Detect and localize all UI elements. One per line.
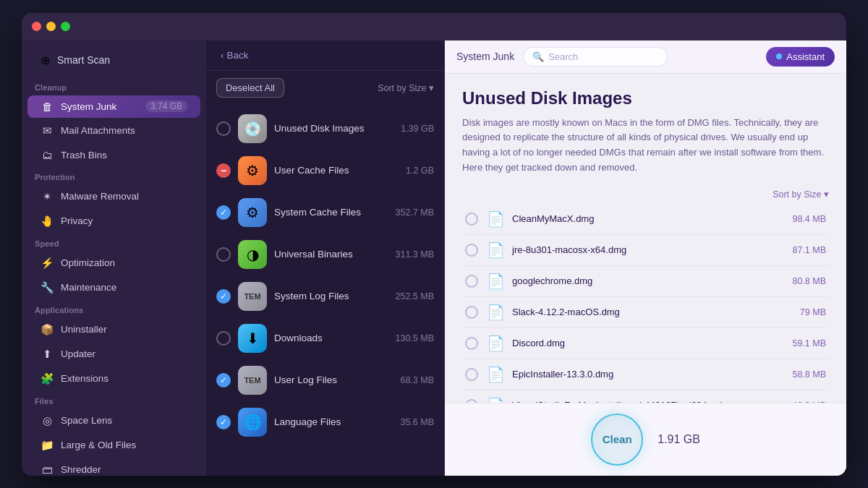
app-window: ⊕ Smart Scan Cleanup 🗑 System Junk 3.74 …	[22, 13, 846, 476]
maximize-button[interactable]	[61, 22, 70, 31]
sidebar-item-mail-attachments[interactable]: ✉ Mail Attachments	[27, 119, 200, 142]
file-checkbox[interactable]	[216, 121, 231, 136]
file-checkbox[interactable]	[216, 331, 231, 346]
dmg-file-icon: 📄	[487, 210, 505, 228]
dmg-radio[interactable]	[465, 275, 478, 288]
dmg-size: 59.1 MB	[792, 338, 826, 348]
dmg-name: Slack-4.12.2-macOS.dmg	[512, 307, 800, 317]
dmg-list-item[interactable]: 📄 CleanMyMacX.dmg 98.4 MB	[462, 204, 829, 235]
trash-icon: 🗂	[41, 149, 54, 161]
dmg-size: 58.8 MB	[792, 369, 826, 380]
search-icon: 🔍	[532, 51, 544, 62]
right-sort-button[interactable]: Sort by Size ▾	[773, 189, 829, 200]
system-junk-icon: 🗑	[41, 100, 54, 113]
dmg-radio[interactable]	[465, 368, 478, 381]
dmg-name: Discord.dmg	[512, 338, 792, 348]
sidebar-item-updater[interactable]: ⬆ Updater	[27, 343, 200, 366]
sidebar-item-smart-scan[interactable]: ⊕ Smart Scan	[27, 48, 200, 73]
sidebar-item-label: Uninstaller	[61, 324, 107, 335]
deselect-all-button[interactable]: Deselect All	[216, 78, 284, 98]
file-size: 1.2 GB	[406, 166, 434, 176]
sidebar-item-optimization[interactable]: ⚡ Optimization	[27, 252, 200, 275]
search-box[interactable]: 🔍	[523, 47, 668, 67]
dmg-name: googlechrome.dmg	[512, 275, 792, 286]
dmg-name: CleanMyMacX.dmg	[512, 213, 792, 224]
privacy-icon: 🤚	[41, 215, 54, 228]
list-item[interactable]: 💿 Unused Disk Images 1.39 GB	[206, 108, 444, 150]
file-type-icon: ⬇	[238, 324, 267, 353]
optimization-icon: ⚡	[41, 257, 54, 270]
sidebar-item-privacy[interactable]: 🤚 Privacy	[27, 210, 200, 233]
extensions-icon: 🧩	[41, 372, 54, 385]
dmg-radio[interactable]	[465, 306, 478, 319]
file-type-icon: ◑	[238, 240, 267, 269]
back-label: Back	[227, 50, 249, 61]
updater-icon: ⬆	[41, 348, 54, 361]
list-item[interactable]: − ⚙ User Cache Files 1.2 GB	[206, 150, 444, 192]
sidebar-smart-scan-label: Smart Scan	[57, 54, 110, 66]
sidebar-item-label: Mail Attachments	[61, 125, 135, 136]
dmg-radio[interactable]	[465, 337, 478, 350]
traffic-lights	[32, 22, 70, 31]
sidebar-item-system-junk[interactable]: 🗑 System Junk 3.74 GB	[27, 95, 200, 118]
list-item[interactable]: ◑ Universal Binaries 311.3 MB	[206, 234, 444, 275]
dmg-list-item[interactable]: 📄 googlechrome.dmg 80.8 MB	[462, 266, 829, 297]
list-item[interactable]: ✓ 🌐 Language Files 35.6 MB	[206, 401, 444, 443]
file-size: 311.3 MB	[395, 249, 434, 260]
sidebar-item-malware-removal[interactable]: ✴ Malware Removal	[27, 185, 200, 208]
list-item[interactable]: ✓ ⚙ System Cache Files 352.7 MB	[206, 192, 444, 234]
sidebar-item-uninstaller[interactable]: 📦 Uninstaller	[27, 318, 200, 341]
dmg-radio[interactable]	[465, 244, 478, 257]
dmg-radio[interactable]	[465, 213, 478, 226]
space-lens-icon: ◎	[41, 414, 54, 427]
clean-button[interactable]: Clean	[591, 414, 643, 466]
back-button[interactable]: ‹ Back	[216, 48, 253, 63]
search-input[interactable]	[548, 51, 670, 62]
dmg-list-item[interactable]: 📄 VisualStudioForMacInstaller__b440167bc…	[462, 390, 829, 403]
sidebar-item-trash-bins[interactable]: 🗂 Trash Bins	[27, 144, 200, 166]
file-checkbox[interactable]: ✓	[216, 415, 231, 429]
close-button[interactable]	[32, 22, 41, 31]
sidebar-item-large-old-files[interactable]: 📁 Large & Old Files	[27, 434, 200, 457]
smart-scan-icon: ⊕	[41, 53, 50, 67]
back-chevron-icon: ‹	[221, 50, 224, 61]
middle-panel: ‹ Back Deselect All Sort by Size ▾ 💿 Unu…	[206, 40, 445, 476]
file-checkbox[interactable]: ✓	[216, 289, 231, 304]
file-name: Language Files	[274, 416, 341, 427]
file-checkbox[interactable]: ✓	[216, 205, 231, 220]
page-title: Unused Disk Images	[462, 88, 829, 108]
dmg-list-item[interactable]: 📄 EpicInstaller-13.3.0.dmg 58.8 MB	[462, 359, 829, 390]
dmg-list-item[interactable]: 📄 jre-8u301-macosx-x64.dmg 87.1 MB	[462, 235, 829, 266]
dmg-size: 80.8 MB	[792, 276, 826, 286]
maintenance-icon: 🔧	[41, 281, 54, 294]
uninstaller-icon: 📦	[41, 323, 54, 336]
dmg-list-item[interactable]: 📄 Discord.dmg 59.1 MB	[462, 328, 829, 359]
right-footer: Clean 1.91 GB	[445, 403, 846, 476]
sidebar-item-extensions[interactable]: 🧩 Extensions	[27, 367, 200, 390]
dmg-list-item[interactable]: 📄 Slack-4.12.2-macOS.dmg 79 MB	[462, 297, 829, 328]
file-checkbox[interactable]: ✓	[216, 373, 231, 388]
sidebar-section-speed: Speed	[22, 234, 206, 251]
file-name: User Log Files	[274, 374, 337, 385]
sidebar-item-label: Trash Bins	[61, 150, 107, 160]
file-checkbox[interactable]	[216, 247, 231, 262]
file-type-icon: TEM	[238, 282, 267, 311]
file-checkbox[interactable]: −	[216, 163, 231, 178]
minimize-button[interactable]	[46, 22, 56, 31]
file-name: System Log Files	[274, 291, 349, 301]
dmg-size: 98.4 MB	[792, 214, 826, 224]
dmg-file-icon: 📄	[487, 273, 505, 290]
page-description: Disk images are mostly known on Macs in …	[462, 116, 829, 176]
sidebar-section-files: Files	[22, 391, 206, 408]
list-item[interactable]: ✓ TEM User Log Files 68.3 MB	[206, 359, 444, 401]
main-content: ⊕ Smart Scan Cleanup 🗑 System Junk 3.74 …	[22, 40, 846, 476]
sort-by-size-button[interactable]: Sort by Size ▾	[378, 82, 434, 93]
list-item[interactable]: ✓ TEM System Log Files 252.5 MB	[206, 275, 444, 317]
assistant-label: Assistant	[786, 51, 825, 62]
assistant-button[interactable]: Assistant	[766, 47, 835, 67]
sidebar-item-shredder[interactable]: 🗃 Shredder	[27, 458, 200, 476]
sidebar-item-maintenance[interactable]: 🔧 Maintenance	[27, 276, 200, 299]
sidebar-item-label: Privacy	[61, 215, 93, 226]
list-item[interactable]: ⬇ Downloads 130.5 MB	[206, 317, 444, 359]
sidebar-item-space-lens[interactable]: ◎ Space Lens	[27, 409, 200, 432]
